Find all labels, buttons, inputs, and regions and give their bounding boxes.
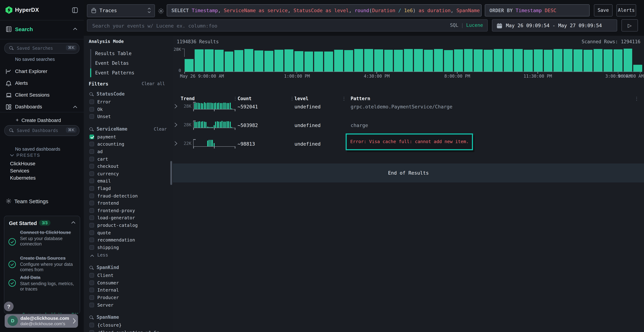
clear-filter-link[interactable]: Clear [154, 127, 167, 132]
checkbox[interactable] [90, 107, 94, 112]
column-header-trend[interactable]: Trend [181, 96, 195, 101]
chevron-right-icon[interactable] [174, 104, 178, 109]
search-icon[interactable] [90, 316, 94, 320]
get-started-item[interactable]: Connect to ClickHouse Set up your databa… [20, 230, 76, 247]
saved-searches-input[interactable] [16, 43, 64, 53]
checkbox[interactable] [90, 114, 94, 119]
checkbox[interactable] [90, 164, 94, 168]
filter-option-load-generator[interactable]: load-generator [89, 215, 170, 222]
help-button[interactable]: ? [4, 302, 14, 311]
sidebar-item-chart-explorer[interactable]: Chart Explorer [0, 66, 84, 76]
sidebar-item-clickhouse[interactable]: ClickHouse [10, 161, 36, 166]
checkbox[interactable] [90, 238, 94, 242]
date-range-picker[interactable]: May 26 09:09:54 - May 27 09:09:54 [492, 19, 617, 32]
filter-option-consumer[interactable]: Consumer [89, 280, 170, 287]
results-histogram[interactable] [184, 49, 642, 72]
filter-option-currency[interactable]: currency [89, 171, 170, 178]
filter-option-payment[interactable]: payment [89, 134, 170, 141]
pattern-row-error[interactable]: 22K ~98813 undefined Error: Visa cache f… [173, 138, 644, 154]
checkbox-checked[interactable] [90, 134, 94, 139]
sidebar-item-team-settings[interactable]: Team Settings [0, 198, 84, 205]
filter-option--flagd-evaluation-v1-se-[interactable]: /flagd.evaluation.v1.Se… [89, 330, 170, 332]
search-icon[interactable] [90, 92, 94, 97]
filter-option-checkout[interactable]: checkout [89, 163, 170, 170]
filter-option-ok[interactable]: Ok [89, 106, 170, 114]
checkbox[interactable] [90, 100, 94, 104]
user-menu[interactable]: D dale@clickhouse.com dale@clickhouse.co… [5, 314, 78, 328]
save-button[interactable]: Save [594, 4, 612, 16]
settings-gear-icon[interactable] [158, 8, 164, 14]
column-header-count[interactable]: Count [238, 96, 252, 101]
get-started-header[interactable]: Get Started 3/3 [4, 220, 80, 228]
chevron-up-icon[interactable] [73, 28, 77, 30]
column-header-pattern[interactable]: Pattern [350, 96, 370, 101]
sidebar-item-dashboards[interactable]: Dashboards [0, 102, 84, 112]
sql-select-editor[interactable]: SELECT Timestamp, ServiceName as service… [167, 4, 482, 16]
get-started-item[interactable]: Add Data Start sending logs, metrics, or… [20, 275, 76, 292]
saved-dashboards-search[interactable]: ⌘K [4, 125, 80, 136]
chevron-right-icon[interactable] [174, 141, 178, 146]
filter-option-quote[interactable]: quote [89, 230, 170, 237]
search-icon[interactable] [90, 266, 94, 271]
checkbox[interactable] [90, 142, 94, 146]
lucene-mode-button[interactable]: Lucene [466, 22, 483, 28]
sidebar-collapse-icon[interactable] [72, 7, 78, 13]
filter-option-error[interactable]: Error [89, 99, 170, 106]
checkbox[interactable] [90, 245, 94, 250]
filter-option-product-catalog[interactable]: product-catalog [89, 222, 170, 230]
chevron-up-icon[interactable] [71, 221, 76, 224]
sidebar-item-services[interactable]: Services [10, 168, 29, 174]
filter-option-internal[interactable]: Internal [89, 287, 170, 294]
column-resize-handle[interactable]: ⋮ [290, 96, 294, 101]
show-less-toggle[interactable]: Less [89, 252, 170, 260]
alerts-button[interactable]: Alerts [616, 4, 636, 16]
filter-option-producer[interactable]: Producer [89, 294, 170, 302]
source-selector[interactable]: Traces [87, 4, 155, 17]
pattern-row[interactable]: 28K ~592041 undefined grpc.oteldemo.Paym… [173, 101, 644, 117]
sidebar-item-alerts[interactable]: Alerts [0, 78, 84, 88]
filter-option-fraud-detection[interactable]: fraud-detection [89, 193, 170, 200]
filter-option-ad[interactable]: ad [89, 148, 170, 156]
checkbox[interactable] [90, 230, 94, 235]
filter-option-email[interactable]: email [89, 178, 170, 185]
column-resize-handle[interactable]: ⋮ [233, 96, 238, 101]
filter-panel-scrollbar[interactable] [170, 161, 172, 185]
get-started-item[interactable]: Create Data Sources Configure where your… [20, 256, 76, 272]
filter-option-shipping[interactable]: shipping [89, 244, 170, 252]
sidebar-item-client-sessions[interactable]: Client Sessions [0, 90, 84, 100]
filter-option-accounting[interactable]: accounting [89, 141, 170, 148]
run-query-button[interactable]: ▷ [622, 19, 638, 32]
checkbox[interactable] [90, 201, 94, 205]
create-dashboard-button[interactable]: + Create Dashboard [0, 116, 84, 125]
table-options-icon[interactable]: ⋮ [634, 96, 639, 101]
filter-option-cart[interactable]: cart [89, 156, 170, 163]
search-icon[interactable] [90, 127, 94, 132]
sidebar-item-kubernetes[interactable]: Kubernetes [10, 175, 36, 181]
clear-all-link[interactable]: Clear all [142, 81, 165, 86]
presets-toggle[interactable]: PRESETS [10, 154, 14, 157]
mode-event-patterns[interactable]: Event Patterns [95, 68, 163, 78]
chevron-right-icon[interactable] [174, 122, 178, 127]
sql-orderby-editor[interactable]: ORDER BY Timestamp DESC [485, 4, 590, 16]
checkbox[interactable] [90, 288, 94, 292]
filter-option-recommendation[interactable]: recommendation [89, 237, 170, 244]
filter-option--closure-[interactable]: {closure} [89, 322, 170, 330]
checkbox[interactable] [90, 193, 94, 198]
checkbox[interactable] [90, 280, 94, 285]
filter-option-frontend-proxy[interactable]: frontend-proxy [89, 207, 170, 215]
mode-results-table[interactable]: Results Table [95, 49, 163, 58]
sql-mode-button[interactable]: SQL [450, 22, 458, 28]
checkbox[interactable] [90, 171, 94, 176]
filter-option-unset[interactable]: Unset [89, 114, 170, 121]
filter-option-server[interactable]: Server [89, 302, 170, 309]
filter-option-frontend[interactable]: frontend [89, 200, 170, 207]
checkbox[interactable] [90, 295, 94, 300]
saved-dashboards-input[interactable] [16, 126, 64, 136]
checkbox[interactable] [90, 323, 94, 328]
filter-option-flagd[interactable]: flagd [89, 185, 170, 193]
checkbox[interactable] [90, 302, 94, 307]
filter-option-client[interactable]: Client [89, 272, 170, 280]
column-resize-handle[interactable]: ⋮ [342, 96, 346, 101]
mode-event-deltas[interactable]: Event Deltas [95, 58, 163, 68]
checkbox[interactable] [90, 273, 94, 278]
